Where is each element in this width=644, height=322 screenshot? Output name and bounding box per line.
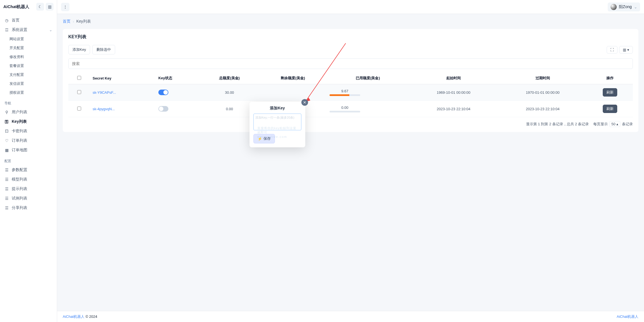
nav-sub-plan[interactable]: 套餐设置: [9, 61, 57, 70]
fullscreen-button[interactable]: ⛶: [607, 46, 618, 54]
search-input[interactable]: [68, 58, 633, 69]
brand-title: AiChat机器人: [3, 4, 35, 9]
th-secret: Secret Key: [90, 72, 156, 84]
layers-icon: ☲: [4, 28, 9, 32]
footer-right-link[interactable]: AiChat机器人: [617, 314, 638, 319]
footer-copy: © 2024: [86, 314, 97, 319]
nav-sub-auth[interactable]: 授权设置: [9, 88, 57, 97]
stack-icon: ☰: [4, 177, 9, 182]
nav-examples[interactable]: ☰ 试例列表: [0, 194, 57, 203]
nav-prompts[interactable]: ☰ 提示列表: [0, 184, 57, 194]
popover-title: 添加Key: [253, 106, 301, 111]
nav-system-sub: 网站设置 开关配置 修改资料 套餐设置 支付配置 发信设置 授权设置: [0, 35, 57, 97]
nav-sub-pay[interactable]: 支付配置: [9, 70, 57, 79]
nav-section-config: 配置: [0, 155, 57, 165]
theme-toggle[interactable]: ☾: [36, 3, 44, 11]
add-key-button[interactable]: 添加Key: [68, 45, 90, 54]
columns-icon: ▥ ▾: [623, 48, 629, 52]
cell-start: 2023-10-23 22:10:04: [409, 101, 498, 117]
nav-users[interactable]: ⚲ 用户列表: [0, 107, 57, 117]
layout-toggle[interactable]: ▥: [46, 3, 54, 11]
heart-icon: ♡: [4, 138, 9, 143]
nav-sub-switch[interactable]: 开关配置: [9, 44, 57, 52]
expand-icon: ⛶: [610, 48, 614, 52]
row-checkbox[interactable]: [77, 90, 81, 94]
stack-icon: ☰: [4, 168, 9, 172]
table-row: sk-4pygvqN... 0.00 0.00 2023-10-23 22:10…: [68, 101, 633, 117]
nav-share[interactable]: ☰ 分享列表: [0, 203, 57, 213]
key-table: Secret Key Key状态 总额度(美金) 剩余额度(美金) 已用额度(美…: [68, 72, 633, 117]
nav-ordermap[interactable]: ▦ 订单地图: [0, 145, 57, 155]
cell-total: 30.00: [200, 84, 259, 101]
close-icon: ✕: [303, 100, 306, 105]
th-status: Key状态: [156, 72, 200, 84]
key-icon: ⚿: [4, 119, 9, 124]
sidebar: AiChat机器人 ☾ ▥ ◷ 首页 ☲ 系统设置 ⌄ 网站设置 开关配置 修改…: [0, 0, 57, 322]
pagination-suffix: 条记录: [622, 122, 633, 127]
th-used: 已用额度(美金): [327, 72, 409, 84]
cell-end: 1970-01-01 00:00:00: [498, 84, 587, 101]
refresh-button[interactable]: 刷新: [603, 88, 617, 97]
more-button[interactable]: ⋮: [61, 3, 69, 11]
nav-sub-site[interactable]: 网站设置: [9, 35, 57, 44]
th-remain: 剩余额度(美金): [259, 72, 326, 84]
breadcrumb: 首页 › Key列表: [63, 19, 638, 24]
card-title: KEY列表: [68, 34, 633, 40]
chevron-down-icon: ⌄: [634, 5, 637, 9]
columns-button[interactable]: ▥ ▾: [619, 46, 633, 54]
nav-models[interactable]: ☰ 模型列表: [0, 175, 57, 184]
user-menu[interactable]: 阳Zong ⌄: [608, 3, 640, 11]
save-button[interactable]: ⚡ 保存: [253, 134, 275, 143]
user-name: 阳Zong: [619, 4, 632, 9]
pagination-info: 显示第 1 到第 2 条记录，总共 2 条记录: [526, 122, 589, 127]
table-row: sk-Y9CAPsF... 30.00 9.67 1969-10-01 00:0…: [68, 84, 633, 101]
row-checkbox[interactable]: [77, 107, 81, 110]
content: 首页 › Key列表 KEY列表 添加Key 删除选中 ⛶ ▥ ▾: [57, 14, 644, 311]
cell-remain: [259, 84, 326, 101]
nav-home[interactable]: ◷ 首页: [0, 16, 57, 25]
select-all-checkbox[interactable]: [77, 76, 81, 80]
footer: AiChat机器人 © 2024 AiChat机器人: [57, 311, 644, 322]
nav-system[interactable]: ☲ 系统设置 ⌄: [0, 25, 57, 35]
cell-used: 9.67: [327, 84, 409, 101]
refresh-button[interactable]: 刷新: [603, 105, 617, 113]
key-textarea[interactable]: [253, 114, 301, 130]
moon-icon: ☾: [38, 4, 42, 9]
stack-icon: ☰: [4, 206, 9, 210]
th-action: 操作: [587, 72, 633, 84]
nav-cardkeys[interactable]: ⚀ 卡密列表: [0, 126, 57, 136]
toolbar: 添加Key 删除选中 ⛶ ▥ ▾: [68, 45, 633, 54]
nav-section-nav: 导航: [0, 97, 57, 107]
cell-end: 2023-10-23 22:10:04: [498, 101, 587, 117]
main: ⋮ 阳Zong ⌄ 首页 › Key列表 KEY列表 添加Key 删除选中: [57, 0, 644, 322]
footer-brand[interactable]: AiChat机器人: [63, 314, 84, 319]
nav-sub-mail[interactable]: 发信设置: [9, 79, 57, 88]
home-icon: ◷: [4, 18, 9, 23]
avatar: [611, 4, 617, 10]
add-key-popover: ✕ 添加Key 直接将你的key粘贴到这里就即可 weixiaolive.com…: [250, 102, 305, 147]
status-toggle[interactable]: [158, 106, 168, 112]
card: KEY列表 添加Key 删除选中 ⛶ ▥ ▾: [63, 29, 638, 132]
key-link[interactable]: sk-Y9CAPsF...: [93, 90, 116, 95]
close-button[interactable]: ✕: [301, 99, 308, 106]
monitor-icon: ▥: [48, 4, 52, 9]
per-page-label: 每页显示: [593, 122, 608, 127]
chevron-down-icon: ⌄: [49, 28, 52, 32]
key-link[interactable]: sk-4pygvqN...: [93, 107, 115, 111]
breadcrumb-home[interactable]: 首页: [63, 19, 71, 24]
nav-sub-profile[interactable]: 修改资料: [9, 52, 57, 61]
delete-selected-button[interactable]: 删除选中: [92, 45, 115, 54]
cell-used: 0.00: [327, 101, 409, 117]
pagination: 显示第 1 到第 2 条记录，总共 2 条记录 每页显示 50 ▴ 条记录: [68, 117, 633, 127]
th-start: 起始时间: [409, 72, 498, 84]
dots-vertical-icon: ⋮: [63, 5, 67, 9]
per-page-select[interactable]: 50 ▴: [609, 121, 620, 127]
nav-label: 首页: [12, 18, 20, 23]
nav-params[interactable]: ☰ 参数配置: [0, 165, 57, 175]
th-end: 过期时间: [498, 72, 587, 84]
nav-keys[interactable]: ⚿ Key列表: [0, 117, 57, 126]
stack-icon: ☰: [4, 187, 9, 191]
bolt-icon: ⚡: [258, 137, 262, 141]
status-toggle[interactable]: [158, 90, 168, 95]
nav-orders[interactable]: ♡ 订单列表: [0, 136, 57, 145]
